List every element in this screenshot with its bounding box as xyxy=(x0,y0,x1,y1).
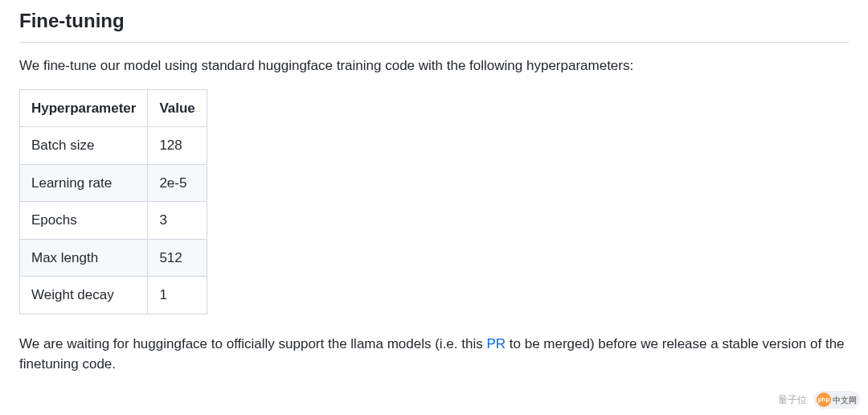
outro-paragraph: We are waiting for huggingface to offici… xyxy=(19,334,849,375)
watermark-php-orb: php xyxy=(817,392,831,407)
pr-link[interactable]: PR xyxy=(486,336,506,351)
watermark-group: 量子位 php 中文网 xyxy=(778,391,860,407)
table-header-hyperparameter: Hyperparameter xyxy=(20,89,148,127)
table-cell: 1 xyxy=(148,277,207,314)
table-cell: 3 xyxy=(148,202,207,240)
table-cell: 128 xyxy=(148,127,207,165)
table-cell: 2e-5 xyxy=(148,164,207,202)
table-row: Learning rate 2e-5 xyxy=(20,164,207,202)
hyperparameter-table: Hyperparameter Value Batch size 128 Lear… xyxy=(19,89,207,314)
table-cell: Epochs xyxy=(20,202,148,240)
table-header-value: Value xyxy=(148,89,207,127)
watermark-php: php 中文网 xyxy=(813,391,860,407)
watermark-qbit: 量子位 xyxy=(778,392,807,407)
table-row: Batch size 128 xyxy=(20,127,207,165)
table-row: Max length 512 xyxy=(20,239,207,277)
table-row: Epochs 3 xyxy=(20,202,207,240)
table-row: Weight decay 1 xyxy=(20,277,207,314)
outro-text-before-link: We are waiting for huggingface to offici… xyxy=(19,336,486,351)
section-heading: Fine-tuning xyxy=(19,6,849,43)
table-cell: 512 xyxy=(148,239,207,277)
table-cell: Learning rate xyxy=(20,164,148,202)
table-cell: Max length xyxy=(20,239,148,277)
table-cell: Weight decay xyxy=(20,277,148,314)
table-cell: Batch size xyxy=(20,127,148,165)
watermark-php-text: 中文网 xyxy=(833,394,857,406)
intro-paragraph: We fine-tune our model using standard hu… xyxy=(19,55,849,76)
